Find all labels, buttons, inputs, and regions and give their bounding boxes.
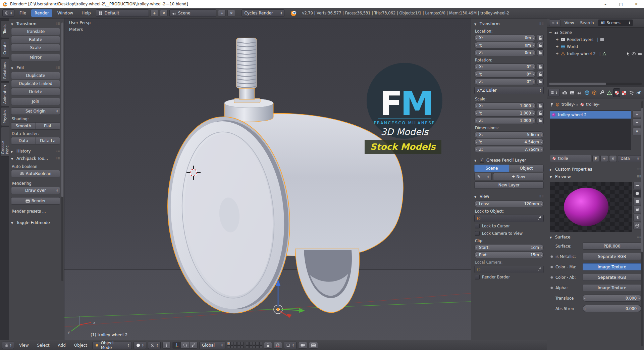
tab-modifiers[interactable] [598,88,605,97]
location-x-field[interactable]: X:0m [474,35,536,41]
layer-6[interactable] [246,342,249,345]
tab-physics[interactable] [636,88,643,97]
outliner-row-object[interactable]: + trolley-wheel-2 | [548,50,644,57]
scale-z-field[interactable]: Z:1.000 [474,117,536,124]
mode-dropdown[interactable]: Object Mode [92,342,132,349]
layer-20[interactable] [259,345,262,348]
rotation-z-field[interactable]: Z:0° [474,78,536,85]
editor-type-selector[interactable] [549,19,560,26]
restrict-view-icon[interactable] [632,52,636,55]
transform-panel-header[interactable]: Transform [11,20,60,28]
gp-new-layer-button[interactable]: New Layer [474,181,544,189]
location-z-field[interactable]: Z:0m [474,49,536,56]
close-button[interactable]: ✕ [629,0,644,8]
rotate-button[interactable]: Rotate [11,36,60,43]
opengl-render-button[interactable] [298,342,307,349]
duplicate-button[interactable]: Duplicate [11,72,60,79]
material-slot-row[interactable]: trolley-wheel-2 [550,111,631,119]
layer-14[interactable] [237,345,240,348]
dimension-x-field[interactable]: X:5.6cm [474,131,544,138]
toggle-editmode-panel-header[interactable]: Toggle Editmode [11,219,60,226]
tab-texture[interactable] [621,88,628,97]
collapse-expander-icon[interactable]: − [548,30,552,35]
is-metallic-dropdown[interactable]: Separate RGB [583,253,641,260]
expand-expander-icon[interactable]: + [555,51,559,56]
opengl-render-anim-button[interactable] [309,342,318,349]
autoboolean-button[interactable]: AutoBoolean [11,170,60,177]
snap-element-dropdown[interactable] [284,342,297,349]
add-scene-button[interactable]: + [218,10,226,16]
delete-screen-layout-button[interactable]: ✕ [160,10,168,16]
grease-pencil-checkbox[interactable] [480,158,484,163]
lock-location-x-button[interactable] [537,35,544,41]
restrict-render-icon[interactable] [638,52,642,55]
layer-10[interactable] [259,342,262,345]
scale-manipulator-button[interactable] [189,342,198,349]
layer-8[interactable] [253,342,256,345]
transfer-data-layout-button[interactable]: Data La [36,137,60,144]
tab-relations[interactable]: Relations [1,59,9,82]
outliner-menu-view[interactable]: View [562,19,576,26]
eyedropper-icon[interactable] [537,216,541,220]
layer-1[interactable] [227,342,230,345]
pivot-align-toggle[interactable] [162,342,171,349]
expand-expander-icon[interactable]: + [555,44,559,49]
lock-camera-to-view-checkbox[interactable] [475,231,480,236]
tab-scene[interactable] [576,88,583,97]
menu-render[interactable]: Render [31,9,52,17]
grease-pencil-panel-header[interactable]: Grease Pencil Layer [474,157,544,164]
transfer-data-button[interactable]: Data [11,137,36,144]
lock-scale-y-button[interactable] [537,110,544,117]
set-origin-dropdown[interactable]: Set Origin [11,107,60,115]
snap-toggle-button[interactable] [274,342,282,349]
scale-y-field[interactable]: Y:1.000 [474,110,536,117]
maximize-button[interactable]: □ [613,0,629,8]
rotation-mode-dropdown[interactable]: XYZ Euler [474,87,544,94]
view3d-menu-object[interactable]: Object [71,342,91,349]
translate-manipulator-button[interactable] [172,342,181,349]
scale-x-field[interactable]: X:1.000 [474,102,536,109]
tab-physics[interactable]: Physics [1,107,9,126]
layer-16[interactable] [246,345,249,348]
layer-7[interactable] [249,342,252,345]
outliner-display-mode-dropdown[interactable]: All Scenes [598,19,633,26]
material-slot-list[interactable]: trolley-wheel-2 [550,111,631,150]
preview-hair-button[interactable] [633,214,641,221]
outliner-menu-search[interactable]: Search [578,19,596,26]
layer-3[interactable] [234,342,237,345]
add-screen-layout-button[interactable]: + [151,10,158,16]
gp-source-scene-tab[interactable]: Scene [474,165,509,172]
layer-5[interactable] [240,342,244,345]
lock-to-cursor-checkbox[interactable] [475,224,480,228]
draw-over-dropdown[interactable]: Draw over [11,187,60,194]
preview-flat-button[interactable] [633,182,641,189]
npanel-transform-header[interactable]: Transform [474,20,544,28]
preview-world-button[interactable] [633,222,641,229]
transform-orientation-dropdown[interactable]: Global [199,342,225,349]
layer-4[interactable] [237,342,240,345]
editor-type-selector[interactable] [2,9,14,17]
outliner-row-world[interactable]: + World [548,43,644,50]
lens-field[interactable]: Lens:120mm [474,201,544,207]
viewport-canvas[interactable]: F M FRANCESCO MILANESE 3D Models [64,18,471,340]
remove-material-slot-button[interactable]: − [633,119,641,126]
layer-13[interactable] [234,345,237,348]
render-border-checkbox[interactable] [475,275,480,279]
view-panel-header[interactable]: View [474,193,544,200]
shade-smooth-button[interactable]: Smooth [11,122,36,130]
rotation-x-field[interactable]: X:0° [474,63,536,70]
layer-18[interactable] [253,345,256,348]
layer-9[interactable] [256,342,259,345]
surface-shader-dropdown[interactable]: PBR.000 [583,243,641,250]
tab-create[interactable]: Create [1,39,9,58]
custom-properties-panel-header[interactable]: Custom Properties [550,166,641,173]
view3d-menu-view[interactable]: View [16,342,32,349]
tab-object[interactable] [591,88,598,97]
menu-file[interactable]: File [16,9,30,17]
duplicate-linked-button[interactable]: Duplicate Linked [11,80,60,87]
surface-panel-header[interactable]: Surface [550,233,641,241]
delete-button[interactable]: Delete [11,88,60,95]
preview-sphere-button[interactable] [633,190,641,197]
layer-11[interactable] [227,345,230,348]
lock-scale-x-button[interactable] [537,102,544,109]
